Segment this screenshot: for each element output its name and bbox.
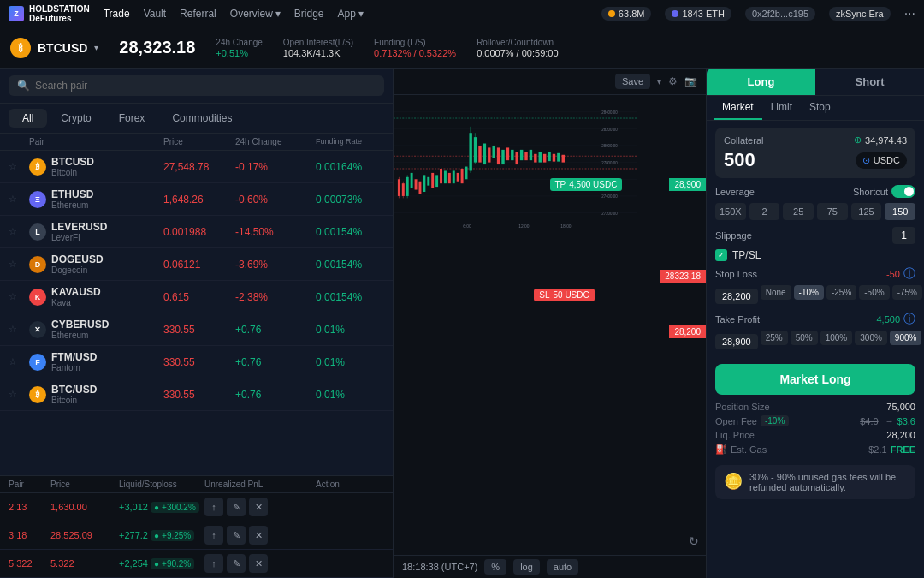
filter-tab-forex[interactable]: Forex <box>105 109 159 128</box>
pair-row[interactable]: ☆ K KAVAUSD Kava 0.615 -2.38% 0.00154% <box>0 281 393 313</box>
filter-tab-all[interactable]: All <box>9 109 47 128</box>
pair-icon: ₿ <box>29 158 46 176</box>
lev-2[interactable]: 2 <box>749 203 780 220</box>
edit-button[interactable]: ✎ <box>227 498 246 516</box>
balance-badge[interactable]: 63.8M <box>601 7 652 21</box>
fee-old-val: $4.0 <box>860 416 878 426</box>
nav-overview[interactable]: Overview ▾ <box>230 8 281 20</box>
star-icon[interactable]: ☆ <box>9 291 26 302</box>
take-profit-info-icon[interactable]: ⓘ <box>903 312 915 327</box>
tp-preset-300[interactable]: 300% <box>855 331 887 345</box>
pair-row[interactable]: ☆ ✕ CYBERUSD Ethereum 330.55 +0.76 0.01% <box>0 313 393 346</box>
pair-sub: Bitcoin <box>51 396 97 405</box>
tp-value: 4,500 USDC <box>569 180 617 189</box>
network-badge[interactable]: zkSync Era <box>829 7 891 21</box>
filter-tab-crypto[interactable]: Crypto <box>47 109 104 128</box>
svg-rect-45 <box>530 150 532 160</box>
order-tab-market[interactable]: Market <box>714 96 762 120</box>
lev-125[interactable]: 125 <box>851 203 882 220</box>
search-wrap[interactable]: 🔍 <box>9 75 384 96</box>
search-icon: 🔍 <box>17 80 30 92</box>
pair-row[interactable]: ☆ ₿ BTC/USD Bitcoin 330.55 +0.76 0.01% <box>0 378 393 411</box>
pnl-pct: +90.2% <box>162 559 191 569</box>
pair-info: CYBERUSD Ethereum <box>51 319 109 340</box>
nav-trade[interactable]: Trade <box>104 8 130 20</box>
filter-tab-commodities[interactable]: Commodities <box>158 109 246 128</box>
star-icon[interactable]: ☆ <box>9 324 26 335</box>
lev-150[interactable]: 150 <box>885 203 915 220</box>
ticker-symbol[interactable]: ₿ BTCUSD ▾ <box>10 38 98 58</box>
pair-change: +0.76 <box>235 389 312 401</box>
share-button[interactable]: ↑ <box>204 498 223 516</box>
sl-preset-none[interactable]: None <box>761 285 791 300</box>
share-button[interactable]: ↑ <box>204 554 223 573</box>
sl-preset-25[interactable]: -25% <box>826 285 856 300</box>
edit-button[interactable]: ✎ <box>227 526 246 545</box>
eth-badge[interactable]: 1843 ETH <box>665 7 732 21</box>
sl-preset-75[interactable]: -75% <box>892 285 922 300</box>
tp-preset-50[interactable]: 50% <box>791 331 818 345</box>
order-tab-stop[interactable]: Stop <box>801 96 839 120</box>
short-tab[interactable]: Short <box>815 69 924 95</box>
chart-reload-icon[interactable]: ↻ <box>689 534 699 548</box>
svg-rect-41 <box>511 150 513 160</box>
collateral-amount[interactable]: 500 <box>724 149 755 171</box>
trade-price: 2.13 <box>9 502 50 512</box>
position-size-val: 75,000 <box>886 402 915 412</box>
star-icon[interactable]: ☆ <box>9 356 26 367</box>
share-button[interactable]: ↑ <box>204 526 223 545</box>
chart-percent-btn[interactable]: % <box>484 559 506 575</box>
tp-preset-900[interactable]: 900% <box>890 331 922 345</box>
sl-preset-50[interactable]: -50% <box>859 285 889 300</box>
nav-bridge[interactable]: Bridge <box>294 8 324 20</box>
star-icon[interactable]: ☆ <box>9 259 26 270</box>
stop-loss-info-icon[interactable]: ⓘ <box>903 266 915 282</box>
order-tab-limit[interactable]: Limit <box>762 96 801 120</box>
slippage-val[interactable]: 1 <box>892 227 915 244</box>
settings-icon[interactable]: ⚙ <box>668 75 678 87</box>
lev-75[interactable]: 75 <box>817 203 848 220</box>
usdc-badge[interactable]: ⊙ USDC <box>856 152 907 169</box>
header-price: Price <box>163 137 232 146</box>
long-tab[interactable]: Long <box>707 69 815 95</box>
search-input[interactable] <box>35 80 376 92</box>
nav-vault[interactable]: Vault <box>144 8 166 20</box>
pair-row[interactable]: ☆ Ξ ETHUSD Ethereum 1,648.26 -0.60% 0.00… <box>0 183 393 216</box>
edit-button[interactable]: ✎ <box>227 554 246 573</box>
pair-row[interactable]: ☆ D DOGEUSD Dogecoin 0.06121 -3.69% 0.00… <box>0 248 393 281</box>
pair-cell: K KAVAUSD Kava <box>29 286 160 307</box>
shortcut-toggle-switch[interactable] <box>891 185 915 198</box>
lev-25[interactable]: 25 <box>783 203 814 220</box>
bottom-trade-row: 3.18 28,525.09 +277.2 ● +9.25% ↑ ✎ ✕ <box>0 521 393 550</box>
wallet-address[interactable]: 0x2f2b...c195 <box>745 7 815 21</box>
tp-input-field[interactable]: 28,900 <box>715 334 758 349</box>
tp-preset-25[interactable]: 25% <box>761 331 788 345</box>
lev-150x[interactable]: 150X <box>715 203 746 220</box>
pair-row[interactable]: ☆ F FTM/USD Fantom 330.55 +0.76 0.01% <box>0 346 393 378</box>
save-button[interactable]: Save <box>615 74 650 89</box>
close-button[interactable]: ✕ <box>249 526 268 545</box>
star-icon[interactable]: ☆ <box>9 226 26 237</box>
star-icon[interactable]: ☆ <box>9 194 26 205</box>
more-button[interactable]: ··· <box>904 6 915 21</box>
tp-preset-100[interactable]: 100% <box>820 331 853 345</box>
pair-sub: Ethereum <box>51 200 93 210</box>
chart-log-btn[interactable]: log <box>513 559 540 575</box>
pair-row[interactable]: ☆ L LEVERUSD LeverFI 0.001988 -14.50% 0.… <box>0 216 393 248</box>
close-button[interactable]: ✕ <box>249 554 268 573</box>
screenshot-icon[interactable]: 📷 <box>684 75 697 87</box>
star-icon[interactable]: ☆ <box>9 161 26 172</box>
sl-preset-10[interactable]: -10% <box>794 285 824 300</box>
market-long-button[interactable]: Market Long <box>715 364 915 395</box>
chart-auto-btn[interactable]: auto <box>547 559 578 575</box>
star-icon[interactable]: ☆ <box>9 389 26 400</box>
sl-input-field[interactable]: 28,200 <box>715 289 758 304</box>
nav-referral[interactable]: Referral <box>180 8 216 20</box>
logo[interactable]: Z HOLDSTATIONDeFutures <box>9 4 90 23</box>
tpsl-checkbox[interactable]: ✓ <box>715 249 727 261</box>
stop-loss-val: -50 <box>886 269 900 279</box>
close-button[interactable]: ✕ <box>249 498 268 516</box>
pair-row[interactable]: ☆ ₿ BTCUSD Bitcoin 27,548.78 -0.17% 0.00… <box>0 151 393 183</box>
nav-app[interactable]: App ▾ <box>338 8 364 20</box>
svg-rect-18 <box>418 182 421 194</box>
